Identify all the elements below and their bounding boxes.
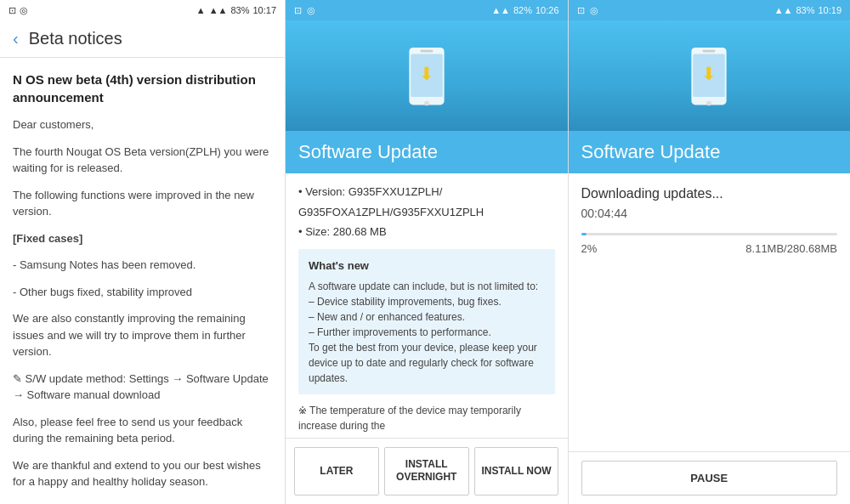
version-line2: G935FOXA1ZPLH/G935FXXU1ZPLH: [298, 204, 555, 221]
software-update-panel2: ⊡ ◎ ▲▲ 83% 10:19 ⬇ Soft: [568, 0, 851, 504]
status-bar-update2: ⊡ ◎ ▲▲ 83% 10:19: [569, 0, 851, 20]
circle-icon-u2: ◎: [590, 5, 598, 16]
install-now-button[interactable]: INSTALL NOW: [474, 447, 559, 496]
circle-icon: ◎: [20, 5, 28, 16]
svg-rect-2: [420, 50, 433, 53]
update1-title-bar: Software Update: [286, 131, 568, 173]
status-bar-beta: ⊡ ◎ ▲ ▲▲ 83% 10:17: [0, 0, 285, 20]
pause-footer: PAUSE: [569, 451, 851, 504]
status-bar-update2-left: ⊡ ◎: [577, 5, 598, 16]
later-button[interactable]: LATER: [294, 447, 379, 496]
beta-content-area: N OS new beta (4th) version distribution…: [0, 58, 285, 504]
phone-download-icon2: ⬇: [679, 44, 739, 112]
clock-u1: 10:26: [536, 5, 559, 15]
progress-percent: 2%: [581, 242, 598, 255]
battery-percent-beta: 83%: [230, 5, 249, 15]
install-overnight-button[interactable]: INSTALL OVERNIGHT: [384, 447, 469, 496]
status-bar-update2-right: ▲▲ 83% 10:19: [774, 5, 842, 15]
size-info: 8.11MB/280.68MB: [745, 242, 837, 255]
battery-u1: 82%: [513, 5, 532, 15]
beta-para2: The fourth Nougat OS Beta version(ZPLH) …: [13, 144, 272, 177]
update2-title: Software Update: [581, 141, 838, 163]
beta-fixed-label: [Fixed cases]: [13, 230, 272, 247]
update1-hero: ⬇: [286, 20, 568, 131]
notification-icon-u2: ⊡: [577, 5, 585, 16]
whats-new-title: What's new: [309, 258, 545, 275]
beta-para1: Dear customers,: [13, 116, 272, 133]
signal-icon: ▲: [196, 5, 206, 15]
beta-para3: The following functions were improved in…: [13, 187, 272, 220]
version-line1: • Version: G935FXXU1ZPLH/: [298, 184, 555, 201]
svg-rect-7: [703, 50, 716, 53]
pause-button[interactable]: PAUSE: [581, 461, 838, 496]
right-panels: ⊡ ◎ ▲▲ 82% 10:26: [285, 0, 850, 504]
battery-u2: 83%: [796, 5, 814, 15]
download-stats: 2% 8.11MB/280.68MB: [581, 242, 838, 255]
downloading-text: Downloading updates...: [581, 186, 838, 201]
whats-new-body: A software update can include, but is no…: [309, 279, 545, 386]
beta-headline: N OS new beta (4th) version distribution…: [13, 71, 272, 106]
software-update-panel1: ⊡ ◎ ▲▲ 82% 10:26: [285, 0, 568, 504]
update2-hero: ⬇: [569, 20, 851, 131]
svg-point-3: [424, 101, 429, 106]
status-bar-right-icons: ▲ ▲▲ 83% 10:17: [196, 5, 276, 15]
svg-text:⬇: ⬇: [701, 64, 717, 83]
clock-beta: 10:17: [252, 5, 276, 15]
beta-para7: We are thankful and extend to you our be…: [13, 457, 272, 490]
wifi-icon: ▲▲: [209, 5, 228, 15]
size-line: • Size: 280.68 MB: [298, 224, 555, 241]
update1-title: Software Update: [298, 141, 555, 163]
svg-point-8: [706, 101, 711, 106]
beta-notices-panel: ⊡ ◎ ▲ ▲▲ 83% 10:17 ‹ Beta notices N OS n…: [0, 0, 285, 504]
phone-svg: ⬇: [401, 46, 452, 110]
beta-para5: ✎ S/W update method: Settings → Software…: [13, 371, 272, 404]
beta-fixed1: - Samsung Notes has been removed.: [13, 257, 272, 274]
notification-icon: ⊡: [8, 5, 16, 16]
whats-new-box: What's new A software update can include…: [298, 249, 555, 395]
update1-body: • Version: G935FXXU1ZPLH/ G935FOXA1ZPLH/…: [286, 173, 568, 438]
beta-para6: Also, please feel free to send us your f…: [13, 414, 272, 447]
time-remaining: 00:04:44: [581, 207, 838, 220]
circle2-icon-u1: ◎: [307, 5, 315, 16]
update1-footer: LATER INSTALL OVERNIGHT INSTALL NOW: [286, 438, 568, 504]
signal-u2: ▲▲: [774, 5, 793, 15]
signal-u1: ▲▲: [491, 5, 510, 15]
beta-footer1: ♥Happy Holidays~~♥: [13, 501, 272, 505]
notification-icon-u1: ⊡: [294, 5, 302, 16]
temp-warning: ※ The temperature of the device may temp…: [298, 403, 555, 433]
svg-text:⬇: ⬇: [419, 64, 434, 83]
beta-header: ‹ Beta notices: [0, 20, 285, 58]
progress-bar-fill: [581, 233, 586, 235]
download-body: Downloading updates... 00:04:44 2% 8.11M…: [569, 173, 851, 451]
phone-svg2: ⬇: [683, 46, 734, 110]
phone-download-icon: ⬇: [397, 44, 456, 112]
progress-bar-container: [581, 233, 838, 235]
beta-title: Beta notices: [29, 29, 122, 48]
update2-title-bar: Software Update: [569, 131, 851, 173]
beta-fixed2: - Other bugs fixed, stability improved: [13, 284, 272, 301]
status-bar-left-icons: ⊡ ◎: [8, 5, 28, 16]
status-bar-update1: ⊡ ◎ ▲▲ 82% 10:26: [286, 0, 568, 20]
back-button[interactable]: ‹: [13, 29, 19, 48]
status-bar-update1-left: ⊡ ◎: [294, 5, 315, 16]
beta-para4: We are also constantly improving the rem…: [13, 310, 272, 360]
status-bar-update1-right: ▲▲ 82% 10:26: [491, 5, 558, 15]
clock-u2: 10:19: [818, 5, 842, 15]
